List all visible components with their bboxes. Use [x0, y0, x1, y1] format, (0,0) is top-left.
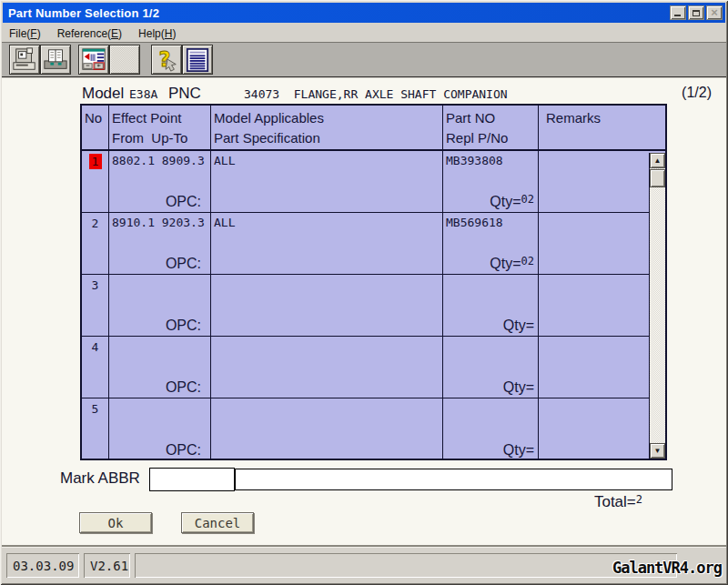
- table-header-row: No Effect PointFrom Up-To Model Applicab…: [82, 106, 665, 151]
- help-button[interactable]: ?: [151, 45, 182, 75]
- ok-button[interactable]: Ok: [79, 512, 152, 533]
- effect-point-values: [112, 401, 119, 415]
- mark-abbr-label: Mark ABBR: [60, 469, 140, 488]
- row-number: 2: [89, 216, 102, 231]
- up-arrow-icon: ▲: [654, 156, 662, 165]
- col-header-model-applicables: Model ApplicablesPart Specification: [211, 106, 443, 149]
- cancel-button[interactable]: Cancel: [181, 512, 254, 533]
- list-window-icon: [185, 47, 210, 73]
- total-value: 2: [636, 493, 642, 506]
- mark-abbr-input[interactable]: [149, 468, 235, 491]
- part-navigation-button[interactable]: [78, 45, 109, 75]
- col-header-no: No: [82, 106, 109, 149]
- opc-label: OPC:: [166, 442, 201, 459]
- pnc-value: 34073 FLANGE,RR AXLE SHAFT COMPANION: [244, 87, 508, 101]
- table-body: 1 8802.1 8909.3 OPC: ALL MB393808 Qty=02…: [82, 151, 665, 460]
- status-version: V2.61: [84, 553, 130, 578]
- print-button[interactable]: [9, 45, 40, 75]
- menu-help[interactable]: Help(H): [138, 27, 176, 40]
- document-header: Model E38A PNC 34073 FLANGE,RR AXLE SHAF…: [2, 85, 726, 105]
- table-row-2[interactable]: 2 8910.1 9203.3 OPC: ALL MB569618 Qty=02: [82, 213, 665, 275]
- qty-value: 02: [521, 255, 534, 267]
- page-indicator: (1/2): [682, 85, 712, 101]
- watermark-text: GalantVR4.org: [612, 559, 722, 577]
- status-message: [135, 553, 677, 578]
- model-applicables-value: ALL: [214, 154, 235, 167]
- main-content: Model E38A PNC 34073 FLANGE,RR AXLE SHAF…: [2, 78, 726, 547]
- qty-label: Qty=02: [490, 255, 534, 272]
- help-question-icon: ?: [154, 47, 179, 73]
- model-label: Model: [82, 85, 124, 103]
- table-row-5[interactable]: 5 OPC: Qty=: [82, 398, 665, 460]
- toolbar: ?: [2, 42, 726, 77]
- menu-bar: File(F) Reference(E) Help(H): [2, 25, 726, 42]
- table-row-1[interactable]: 1 8802.1 8909.3 OPC: ALL MB393808 Qty=02: [82, 151, 665, 213]
- maximize-icon: [693, 10, 700, 16]
- opc-label: OPC:: [166, 379, 201, 396]
- scrollbar-thumb[interactable]: [650, 169, 665, 187]
- part-table: No Effect PointFrom Up-To Model Applicab…: [80, 104, 667, 460]
- qty-label: Qty=: [503, 441, 534, 459]
- part-no-value: MB569618: [446, 216, 503, 229]
- qty-value: 02: [521, 193, 534, 206]
- minimize-button[interactable]: [670, 5, 686, 20]
- application-window: Part Number Selection 1/2 × File(F) Refe…: [0, 0, 728, 585]
- total-line: Total=2: [594, 493, 642, 511]
- row-number: 4: [89, 339, 102, 355]
- disabled-blank-button: [109, 45, 140, 75]
- book-icon: [43, 47, 68, 73]
- navigation-panel-icon: [81, 47, 106, 73]
- qty-label: Qty=02: [490, 193, 534, 210]
- opc-label: OPC:: [166, 318, 201, 334]
- window-controls: ×: [670, 5, 725, 20]
- close-button[interactable]: ×: [706, 5, 723, 20]
- qty-label: Qty=: [503, 317, 534, 334]
- table-row-3[interactable]: 3 OPC: Qty=: [82, 275, 665, 337]
- scroll-down-button[interactable]: ▼: [650, 443, 665, 459]
- title-bar: Part Number Selection 1/2 ×: [3, 3, 725, 23]
- status-bar: 03.03.09 V2.61 GalantVR4.org: [2, 547, 726, 583]
- effect-point-values: [112, 339, 119, 353]
- minimize-icon: [674, 15, 681, 16]
- col-header-effect-point: Effect PointFrom Up-To: [109, 106, 211, 149]
- window-title: Part Number Selection 1/2: [8, 6, 159, 20]
- close-icon: ×: [711, 8, 718, 17]
- down-arrow-icon: ▼: [654, 447, 662, 455]
- opc-label: OPC:: [166, 256, 201, 272]
- mark-abbr-extended-input[interactable]: [235, 469, 672, 490]
- scroll-up-button[interactable]: ▲: [650, 153, 665, 168]
- row-number: 5: [89, 401, 102, 417]
- effect-point-values: [112, 277, 119, 291]
- maximize-button[interactable]: [688, 5, 704, 20]
- col-header-part-no: Part NORepl P/No: [443, 106, 539, 149]
- list-window-button[interactable]: [182, 45, 213, 75]
- catalog-button[interactable]: [40, 45, 71, 75]
- effect-point-values: 8910.1 9203.3: [112, 216, 205, 229]
- table-scrollbar[interactable]: ▲ ▼: [649, 153, 665, 459]
- menu-reference[interactable]: Reference(E): [57, 27, 122, 40]
- printer-icon: [12, 47, 37, 73]
- svg-text:?: ?: [159, 47, 171, 71]
- model-value: E38A: [129, 87, 157, 101]
- menu-file[interactable]: File(F): [9, 27, 41, 40]
- status-date: 03.03.09: [6, 553, 79, 578]
- effect-point-values: 8802.1 8909.3: [112, 154, 205, 167]
- row-number: 1: [89, 154, 102, 169]
- row-number: 3: [89, 277, 102, 293]
- part-no-value: MB393808: [446, 154, 503, 167]
- pnc-label: PNC: [168, 85, 201, 103]
- opc-label: OPC:: [166, 194, 201, 210]
- total-label: Total=: [594, 493, 636, 510]
- model-applicables-value: ALL: [214, 216, 235, 229]
- mark-abbr-row: Mark ABBR: [2, 468, 726, 493]
- col-header-remarks: Remarks: [539, 106, 665, 149]
- table-row-4[interactable]: 4 OPC: Qty=: [82, 337, 665, 398]
- qty-label: Qty=: [503, 378, 534, 396]
